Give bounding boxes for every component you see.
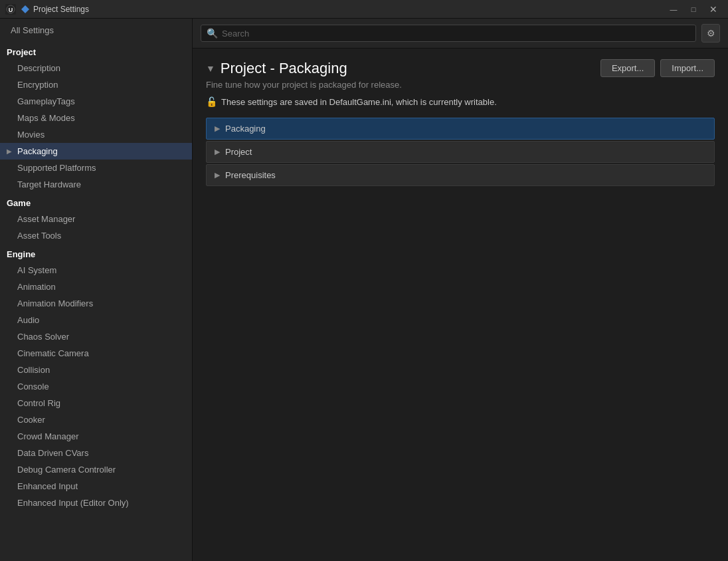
- sidebar-item-label-animation-modifiers: Animation Modifiers: [17, 298, 93, 308]
- sidebar-item-label-gameplay-tags: GameplayTags: [17, 96, 75, 106]
- content-section-packaging[interactable]: ▶Packaging: [206, 118, 715, 140]
- sidebar-item-console[interactable]: Console: [0, 378, 192, 395]
- sidebar-item-label-encryption: Encryption: [17, 80, 58, 90]
- main-layout: All Settings ProjectDescriptionEncryptio…: [0, 19, 728, 561]
- writable-notice-text: These settings are saved in DefaultGame.…: [221, 97, 497, 107]
- sidebar-item-label-target-hardware: Target Hardware: [17, 179, 81, 189]
- export-button[interactable]: Export...: [600, 59, 655, 77]
- sidebar-item-supported-platforms[interactable]: Supported Platforms: [0, 160, 192, 176]
- sidebar-item-animation-modifiers[interactable]: Animation Modifiers: [0, 295, 192, 312]
- title-bar-logos: U: [5, 4, 31, 15]
- sidebar-item-label-packaging: Packaging: [17, 146, 58, 156]
- section-label-project: Project: [225, 147, 252, 157]
- minimize-button[interactable]: —: [664, 3, 683, 16]
- content-area: 🔍 ⚙ ▼ Project - Packaging Export... Impo…: [193, 19, 728, 561]
- sidebar-item-label-chaos-solver: Chaos Solver: [17, 332, 69, 342]
- content-section-project[interactable]: ▶Project: [206, 141, 715, 163]
- sidebar-item-label-audio: Audio: [17, 315, 39, 325]
- maximize-button[interactable]: □: [684, 3, 703, 16]
- sidebar-item-enhanced-input[interactable]: Enhanced Input: [0, 478, 192, 495]
- sidebar-item-crowd-manager[interactable]: Crowd Manager: [0, 428, 192, 445]
- content-sections: ▶Packaging▶Project▶Prerequisites: [206, 118, 715, 186]
- lock-icon: 🔓: [206, 96, 217, 107]
- search-input[interactable]: [222, 29, 690, 39]
- sidebar-item-label-console: Console: [17, 382, 49, 392]
- page-title: Project - Packaging: [221, 60, 347, 77]
- sidebar-item-label-maps-modes: Maps & Modes: [17, 113, 75, 123]
- section-label-prerequisites: Prerequisites: [225, 170, 276, 180]
- sidebar-item-cinematic-camera[interactable]: Cinematic Camera: [0, 345, 192, 362]
- sidebar-item-audio[interactable]: Audio: [0, 312, 192, 328]
- subtitle-row: Fine tune how your project is packaged f…: [206, 80, 715, 90]
- section-arrow-project: ▶: [215, 148, 220, 156]
- import-button[interactable]: Import...: [660, 59, 715, 77]
- svg-marker-2: [21, 5, 29, 13]
- all-settings-button[interactable]: All Settings: [0, 19, 192, 42]
- sidebar-section-game: Game: [0, 193, 192, 211]
- content-section-prerequisites[interactable]: ▶Prerequisites: [206, 164, 715, 186]
- sidebar-item-asset-tools[interactable]: Asset Tools: [0, 227, 192, 244]
- collapse-arrow-icon[interactable]: ▼: [206, 63, 215, 74]
- ue-logo: U: [5, 4, 16, 15]
- sidebar-sections: ProjectDescriptionEncryptionGameplayTags…: [0, 42, 192, 511]
- search-icon: 🔍: [207, 28, 218, 39]
- content-header: ▼ Project - Packaging Export... Import..…: [193, 49, 728, 118]
- title-bar-controls: — □ ✕: [664, 3, 723, 16]
- sidebar-item-label-collision: Collision: [17, 365, 50, 375]
- sidebar-section-engine: Engine: [0, 244, 192, 262]
- diamond-logo: [20, 4, 31, 15]
- sidebar-item-encryption[interactable]: Encryption: [0, 76, 192, 93]
- sidebar-item-maps-modes[interactable]: Maps & Modes: [0, 110, 192, 126]
- sidebar-item-control-rig[interactable]: Control Rig: [0, 395, 192, 411]
- sidebar-item-asset-manager[interactable]: Asset Manager: [0, 211, 192, 227]
- sidebar-item-enhanced-input-editor-only[interactable]: Enhanced Input (Editor Only): [0, 495, 192, 511]
- sidebar-item-collision[interactable]: Collision: [0, 362, 192, 378]
- sidebar-item-description[interactable]: Description: [0, 60, 192, 76]
- sidebar-item-packaging[interactable]: ▶Packaging: [0, 143, 192, 160]
- sidebar-item-cooker[interactable]: Cooker: [0, 411, 192, 428]
- sidebar-item-movies[interactable]: Movies: [0, 126, 192, 143]
- sidebar-item-label-movies: Movies: [17, 130, 45, 140]
- sidebar-item-ai-system[interactable]: AI System: [0, 262, 192, 279]
- sections-container: ▶Packaging▶Project▶Prerequisites: [193, 118, 728, 561]
- page-subtitle: Fine tune how your project is packaged f…: [206, 80, 402, 90]
- sidebar-item-label-ai-system: AI System: [17, 265, 56, 275]
- sidebar-item-label-asset-tools: Asset Tools: [17, 231, 61, 241]
- sidebar-item-chaos-solver[interactable]: Chaos Solver: [0, 328, 192, 345]
- sidebar-item-label-crowd-manager: Crowd Manager: [17, 431, 79, 441]
- sidebar-item-label-debug-camera-controller: Debug Camera Controller: [17, 465, 116, 475]
- sidebar-section-project: Project: [0, 42, 192, 60]
- sidebar-item-gameplay-tags[interactable]: GameplayTags: [0, 93, 192, 110]
- sidebar-item-debug-camera-controller[interactable]: Debug Camera Controller: [0, 461, 192, 478]
- svg-text:U: U: [9, 7, 13, 13]
- title-bar: U Project Settings — □ ✕: [0, 0, 728, 19]
- sidebar-item-data-driven-cvars[interactable]: Data Driven CVars: [0, 445, 192, 461]
- sidebar-item-animation[interactable]: Animation: [0, 279, 192, 295]
- sidebar-item-label-enhanced-input: Enhanced Input: [17, 481, 78, 491]
- section-arrow-packaging: ▶: [215, 124, 220, 133]
- sidebar-item-label-cinematic-camera: Cinematic Camera: [17, 348, 89, 358]
- sidebar-item-label-control-rig: Control Rig: [17, 398, 60, 408]
- close-icon: ✕: [709, 4, 717, 15]
- title-bar-title: Project Settings: [33, 5, 664, 14]
- section-arrow-prerequisites: ▶: [215, 171, 220, 179]
- sidebar: All Settings ProjectDescriptionEncryptio…: [0, 19, 193, 561]
- search-container: 🔍: [201, 25, 696, 42]
- sidebar-item-label-animation: Animation: [17, 282, 56, 292]
- section-label-packaging: Packaging: [225, 124, 266, 134]
- sidebar-item-label-supported-platforms: Supported Platforms: [17, 163, 96, 173]
- sidebar-item-label-data-driven-cvars: Data Driven CVars: [17, 448, 88, 458]
- page-title-row: ▼ Project - Packaging Export... Import..…: [206, 59, 715, 77]
- sidebar-item-arrow-packaging: ▶: [7, 148, 12, 155]
- sidebar-item-label-asset-manager: Asset Manager: [17, 214, 75, 224]
- settings-gear-button[interactable]: ⚙: [701, 24, 720, 43]
- gear-icon: ⚙: [707, 28, 715, 39]
- close-button[interactable]: ✕: [704, 3, 723, 16]
- writable-notice: 🔓 These settings are saved in DefaultGam…: [206, 96, 715, 112]
- sidebar-item-target-hardware[interactable]: Target Hardware: [0, 176, 192, 193]
- page-actions: Export... Import...: [600, 59, 715, 77]
- search-bar: 🔍 ⚙: [193, 19, 728, 49]
- sidebar-item-label-description: Description: [17, 63, 60, 73]
- sidebar-item-label-enhanced-input-editor-only: Enhanced Input (Editor Only): [17, 498, 129, 508]
- sidebar-item-label-cooker: Cooker: [17, 415, 45, 425]
